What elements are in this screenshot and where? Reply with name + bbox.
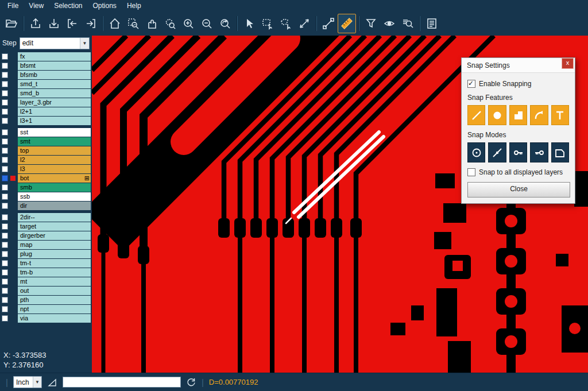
snap-all-layers-checkbox[interactable] xyxy=(467,168,475,176)
layer-name[interactable]: dir xyxy=(18,202,91,210)
layer-visibility-checkbox[interactable] xyxy=(2,166,8,172)
layer-visibility-checkbox[interactable] xyxy=(2,109,8,115)
layer-name[interactable]: dirgerber xyxy=(18,231,91,240)
zoom-window-button[interactable] xyxy=(124,14,142,33)
layer-row[interactable]: out xyxy=(0,287,92,295)
enable-snapping-checkbox[interactable] xyxy=(467,80,475,88)
layer-name[interactable]: smd_b xyxy=(18,89,91,98)
layer-row[interactable]: target xyxy=(0,222,92,231)
step-select[interactable]: edit ▼ xyxy=(20,37,90,49)
layer-row[interactable]: smd_b xyxy=(0,89,92,98)
layer-name[interactable]: bot⊞ xyxy=(18,174,91,183)
layer-name[interactable]: smd_t xyxy=(18,80,91,88)
menu-item[interactable]: View xyxy=(24,1,49,10)
layer-row[interactable]: bfsmb xyxy=(0,71,92,79)
layer-row[interactable]: bfsmt xyxy=(0,61,92,70)
layer-row[interactable]: mt xyxy=(0,277,92,286)
home-button[interactable] xyxy=(106,14,124,33)
layer-name[interactable]: fx xyxy=(18,52,91,61)
layer-name[interactable]: 2dir-- xyxy=(18,213,91,222)
layer-visibility-checkbox[interactable] xyxy=(2,203,8,209)
layer-name[interactable]: l3 xyxy=(18,165,91,173)
snap-pad-button[interactable] xyxy=(488,105,506,125)
snap-center-button[interactable] xyxy=(467,142,485,162)
line-tool-button[interactable] xyxy=(319,14,338,33)
layer-name[interactable]: out xyxy=(18,287,91,295)
layer-name[interactable]: pth xyxy=(18,296,91,304)
layer-row[interactable]: dir xyxy=(0,202,92,210)
layer-name[interactable]: top xyxy=(18,146,91,155)
layer-row[interactable]: l3 xyxy=(0,165,92,173)
layer-row[interactable]: 2dir-- xyxy=(0,213,92,222)
layer-visibility-checkbox[interactable] xyxy=(2,242,8,248)
layer-name[interactable]: l2+1 xyxy=(18,107,91,116)
layer-visibility-checkbox[interactable] xyxy=(2,63,8,69)
layer-visibility-checkbox[interactable] xyxy=(2,72,8,78)
layer-row[interactable]: top xyxy=(0,146,92,155)
layer-row[interactable]: via xyxy=(0,314,92,323)
layer-row[interactable]: map xyxy=(0,241,92,249)
layer-name[interactable]: bfsmt xyxy=(18,61,91,70)
layer-visibility-checkbox[interactable] xyxy=(2,269,8,276)
layer-name[interactable]: tm-t xyxy=(18,259,91,268)
select-polygon-button[interactable] xyxy=(277,14,295,33)
layer-row[interactable]: tm-t xyxy=(0,259,92,268)
snap-contour-button[interactable] xyxy=(551,142,569,162)
layer-row[interactable]: plug xyxy=(0,250,92,258)
snap-key-right-button[interactable] xyxy=(530,142,548,162)
layer-name[interactable]: map xyxy=(18,241,91,249)
import-up-button[interactable] xyxy=(26,14,45,33)
import-down-button[interactable] xyxy=(45,14,63,33)
layer-name[interactable]: smt xyxy=(18,137,91,146)
layer-visibility-checkbox[interactable] xyxy=(2,157,8,163)
layer-name[interactable]: tm-b xyxy=(18,268,91,277)
layer-name[interactable]: ssb xyxy=(18,192,91,201)
snap-key-left-button[interactable] xyxy=(509,142,527,162)
zoom-in-button[interactable] xyxy=(179,14,198,33)
select-button[interactable] xyxy=(240,14,258,33)
layer-visibility-checkbox[interactable] xyxy=(2,260,8,266)
menu-item[interactable]: Selection xyxy=(49,1,87,10)
layer-row[interactable]: l2 xyxy=(0,156,92,164)
menu-item[interactable]: File xyxy=(2,1,24,10)
import-in-button[interactable] xyxy=(63,14,82,33)
menu-item[interactable]: Help xyxy=(122,1,146,10)
find-button[interactable] xyxy=(399,14,417,33)
layer-visibility-checkbox[interactable] xyxy=(2,99,8,106)
export-out-button[interactable] xyxy=(82,14,100,33)
layer-visibility-checkbox[interactable] xyxy=(2,129,8,136)
layer-name[interactable]: l2 xyxy=(18,156,91,164)
snap-text-button[interactable] xyxy=(551,105,569,125)
layer-visibility-checkbox[interactable] xyxy=(2,297,8,303)
ruler-tool-button[interactable] xyxy=(338,14,356,33)
layer-name[interactable]: target xyxy=(18,222,91,231)
layer-visibility-checkbox[interactable] xyxy=(2,278,8,285)
layer-name[interactable]: npt xyxy=(18,305,91,313)
zoom-polygon-button[interactable] xyxy=(161,14,179,33)
layer-visibility-checkbox[interactable] xyxy=(2,251,8,257)
snap-arc-button[interactable] xyxy=(530,105,548,125)
snap-all-layers-row[interactable]: Snap to all displayed layers xyxy=(467,168,569,176)
layer-name[interactable]: via xyxy=(18,314,91,323)
view-eye-button[interactable] xyxy=(380,14,399,33)
layer-row[interactable]: smb xyxy=(0,183,92,192)
select-rect-button[interactable] xyxy=(258,14,277,33)
pan-button[interactable] xyxy=(142,14,161,33)
layer-name[interactable]: layer_3.gbr xyxy=(18,98,91,107)
command-input[interactable] xyxy=(63,377,181,388)
layer-visibility-checkbox[interactable] xyxy=(2,184,8,191)
layer-visibility-checkbox[interactable] xyxy=(2,81,8,87)
zoom-out-button[interactable] xyxy=(198,14,216,33)
snap-nearest-button[interactable] xyxy=(488,142,506,162)
snap-line-button[interactable] xyxy=(467,105,485,125)
layer-row[interactable]: layer_3.gbr xyxy=(0,98,92,107)
layer-name[interactable]: mt xyxy=(18,277,91,286)
layer-row[interactable]: fx xyxy=(0,52,92,61)
filter-button[interactable] xyxy=(362,14,380,33)
layer-visibility-checkbox[interactable] xyxy=(2,233,8,239)
layer-visibility-checkbox[interactable] xyxy=(2,315,8,322)
refresh-icon[interactable] xyxy=(186,377,196,388)
layer-visibility-checkbox[interactable] xyxy=(2,214,8,220)
layer-name[interactable]: sst xyxy=(18,128,91,137)
dialog-titlebar[interactable]: Snap Settings x xyxy=(462,58,575,73)
